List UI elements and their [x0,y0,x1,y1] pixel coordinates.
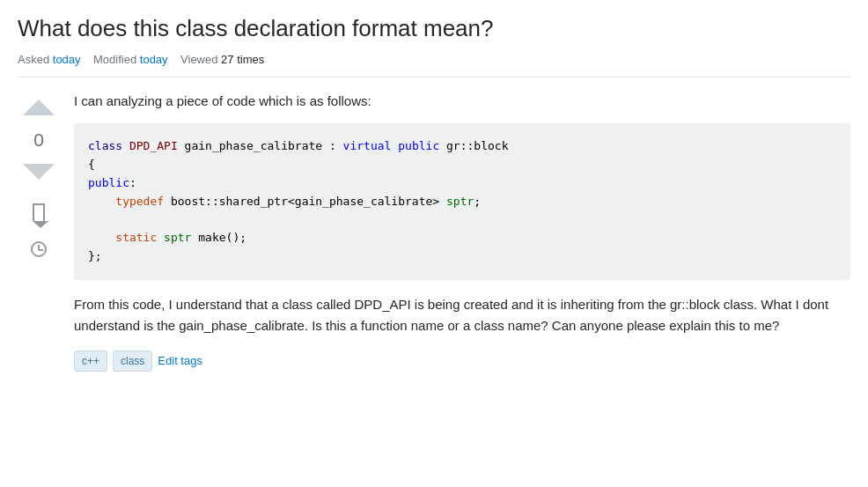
code-typedef-rest: boost::shared_ptr<gain_phase_calibrate> [164,195,439,208]
question-meta: Asked today Modified today Viewed 27 tim… [18,53,850,77]
code-sptr2: sptr [157,231,191,244]
asked-label: Asked [18,53,49,66]
bookmark-button[interactable] [23,196,55,228]
asked-value: today [53,53,81,66]
bookmark-icon [33,203,45,221]
history-button[interactable] [23,233,55,265]
vote-count: 0 [33,127,44,152]
history-icon [31,241,47,257]
vote-up-button[interactable] [23,92,55,123]
tag-class[interactable]: class [113,350,152,372]
code-brace-close: }; [88,249,102,262]
code-block-name: gr::block [439,139,508,152]
modified-label: Modified [93,53,136,66]
page-title: What does this class declaration format … [18,14,850,44]
code-typedef-kw: typedef [88,195,164,208]
code-static-kw: static [88,231,157,244]
vote-up-arrow-icon [23,100,55,115]
edit-tags-link[interactable]: Edit tags [158,354,202,367]
code-api-name: DPD_API [129,139,178,152]
question-intro: I can analyzing a piece of code which is… [74,92,850,112]
code-class-kw: class [88,139,122,152]
content-column: I can analyzing a piece of code which is… [74,92,850,372]
code-sptr1: sptr [439,195,474,208]
code-block: class DPD_API gain_phase_calibrate : vir… [74,123,850,280]
question-body: 0 I can analyzing a piece of code which … [18,92,850,372]
viewed-label: Viewed [180,53,217,66]
viewed-value: 27 times [221,53,264,66]
tag-cpp[interactable]: c++ [74,350,107,372]
vote-down-button[interactable] [23,156,55,188]
code-brace-open: { [88,158,95,171]
vote-down-arrow-icon [23,164,55,180]
code-public-kw: public [391,139,439,152]
code-public2-kw: public [88,176,129,189]
code-virtual-kw: virtual [336,139,392,152]
code-colon: : [322,139,336,152]
code-make: make(); [191,231,246,244]
question-paragraph: From this code, I understand that a clas… [74,294,850,336]
modified-value: today [140,53,168,66]
vote-column: 0 [18,92,60,372]
tags-area: c++ class Edit tags [74,350,850,372]
code-class-name: gain_phase_calibrate [178,139,322,152]
